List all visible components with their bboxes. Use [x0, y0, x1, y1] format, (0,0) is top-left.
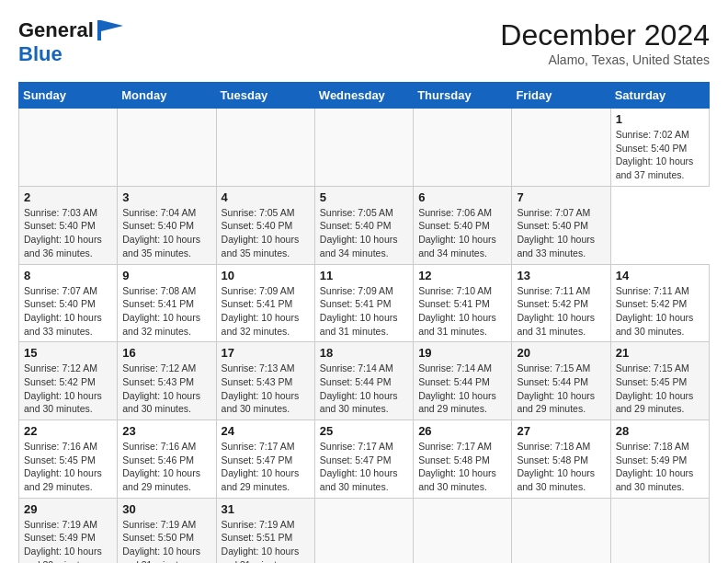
calendar-day-cell: [512, 109, 610, 187]
day-number: 7: [517, 190, 605, 204]
day-number: 8: [24, 269, 112, 282]
day-number: 24: [222, 424, 310, 438]
calendar-day-cell: 17 Sunrise: 7:13 AM Sunset: 5:43 PM Dayl…: [216, 342, 314, 420]
day-number: 4: [222, 190, 310, 204]
calendar-day-cell: [314, 109, 413, 187]
day-info: Sunrise: 7:19 AM Sunset: 5:49 PM Dayligh…: [24, 518, 112, 563]
logo-text: General: [18, 18, 94, 42]
day-number: 28: [616, 424, 704, 438]
day-number: 11: [320, 269, 408, 282]
title-area: December 2024 Alamo, Texas, United State…: [500, 18, 710, 67]
day-number: 22: [24, 424, 112, 438]
calendar-day-cell: 1 Sunrise: 7:02 AM Sunset: 5:40 PM Dayli…: [610, 109, 709, 187]
calendar-day-cell: 28 Sunrise: 7:18 AM Sunset: 5:49 PM Dayl…: [610, 420, 709, 499]
calendar-day-cell: 6 Sunrise: 7:06 AM Sunset: 5:40 PM Dayli…: [414, 186, 512, 264]
day-info: Sunrise: 7:12 AM Sunset: 5:43 PM Dayligh…: [122, 362, 210, 416]
calendar-day-cell: [414, 498, 512, 563]
calendar-header-cell: Tuesday: [216, 83, 314, 109]
day-number: 25: [320, 424, 408, 438]
day-number: 26: [418, 424, 506, 438]
calendar-day-cell: 7 Sunrise: 7:07 AM Sunset: 5:40 PM Dayli…: [512, 186, 610, 264]
day-info: Sunrise: 7:16 AM Sunset: 5:46 PM Dayligh…: [122, 440, 210, 494]
calendar-day-cell: 26 Sunrise: 7:17 AM Sunset: 5:48 PM Dayl…: [414, 420, 512, 499]
day-info: Sunrise: 7:05 AM Sunset: 5:40 PM Dayligh…: [320, 206, 408, 260]
day-info: Sunrise: 7:05 AM Sunset: 5:40 PM Dayligh…: [222, 206, 310, 260]
calendar-day-cell: 27 Sunrise: 7:18 AM Sunset: 5:48 PM Dayl…: [512, 420, 610, 499]
calendar-day-cell: 19 Sunrise: 7:14 AM Sunset: 5:44 PM Dayl…: [414, 342, 512, 420]
calendar-day-cell: 4 Sunrise: 7:05 AM Sunset: 5:40 PM Dayli…: [216, 186, 314, 264]
calendar-day-cell: 12 Sunrise: 7:10 AM Sunset: 5:41 PM Dayl…: [414, 264, 512, 342]
day-number: 5: [320, 190, 408, 204]
day-info: Sunrise: 7:18 AM Sunset: 5:49 PM Dayligh…: [616, 440, 704, 494]
day-number: 19: [418, 346, 506, 360]
day-number: 3: [122, 190, 210, 204]
calendar-week-row: 22 Sunrise: 7:16 AM Sunset: 5:45 PM Dayl…: [19, 420, 710, 499]
calendar-table: SundayMondayTuesdayWednesdayThursdayFrid…: [18, 82, 710, 563]
calendar-day-cell: 9 Sunrise: 7:08 AM Sunset: 5:41 PM Dayli…: [118, 264, 216, 342]
calendar-day-cell: 23 Sunrise: 7:16 AM Sunset: 5:46 PM Dayl…: [118, 420, 216, 499]
day-info: Sunrise: 7:07 AM Sunset: 5:40 PM Dayligh…: [517, 206, 605, 260]
day-info: Sunrise: 7:17 AM Sunset: 5:47 PM Dayligh…: [320, 440, 408, 494]
day-info: Sunrise: 7:19 AM Sunset: 5:50 PM Dayligh…: [122, 518, 210, 563]
calendar-day-cell: 5 Sunrise: 7:05 AM Sunset: 5:40 PM Dayli…: [314, 186, 413, 264]
day-number: 29: [24, 502, 112, 516]
calendar-header-cell: Sunday: [19, 83, 118, 109]
svg-rect-1: [97, 20, 101, 40]
day-number: 18: [320, 346, 408, 360]
calendar-day-cell: 10 Sunrise: 7:09 AM Sunset: 5:41 PM Dayl…: [216, 264, 314, 342]
calendar-day-cell: 13 Sunrise: 7:11 AM Sunset: 5:42 PM Dayl…: [512, 264, 610, 342]
day-number: 23: [122, 424, 210, 438]
day-info: Sunrise: 7:04 AM Sunset: 5:40 PM Dayligh…: [122, 206, 210, 260]
day-info: Sunrise: 7:06 AM Sunset: 5:40 PM Dayligh…: [418, 206, 506, 260]
month-title: December 2024: [500, 18, 710, 52]
day-info: Sunrise: 7:19 AM Sunset: 5:51 PM Dayligh…: [222, 518, 310, 563]
day-number: 31: [222, 502, 310, 516]
day-info: Sunrise: 7:03 AM Sunset: 5:40 PM Dayligh…: [24, 206, 112, 260]
day-info: Sunrise: 7:12 AM Sunset: 5:42 PM Dayligh…: [24, 362, 112, 416]
logo: General Blue: [18, 18, 123, 66]
calendar-header-cell: Thursday: [414, 83, 512, 109]
calendar-day-cell: 21 Sunrise: 7:15 AM Sunset: 5:45 PM Dayl…: [610, 342, 709, 420]
day-number: 20: [517, 346, 605, 360]
day-info: Sunrise: 7:15 AM Sunset: 5:45 PM Dayligh…: [616, 362, 704, 416]
day-number: 2: [24, 190, 112, 204]
day-info: Sunrise: 7:09 AM Sunset: 5:41 PM Dayligh…: [320, 284, 408, 339]
day-number: 27: [517, 424, 605, 438]
day-info: Sunrise: 7:11 AM Sunset: 5:42 PM Dayligh…: [517, 284, 605, 339]
day-info: Sunrise: 7:17 AM Sunset: 5:48 PM Dayligh…: [418, 440, 506, 494]
day-info: Sunrise: 7:08 AM Sunset: 5:41 PM Dayligh…: [122, 284, 210, 339]
day-number: 30: [122, 502, 210, 516]
calendar-week-row: 8 Sunrise: 7:07 AM Sunset: 5:40 PM Dayli…: [19, 264, 710, 342]
svg-marker-0: [101, 20, 123, 31]
calendar-day-cell: [512, 498, 610, 563]
calendar-week-row: 1 Sunrise: 7:02 AM Sunset: 5:40 PM Dayli…: [19, 109, 710, 187]
day-number: 13: [517, 269, 605, 282]
day-info: Sunrise: 7:14 AM Sunset: 5:44 PM Dayligh…: [320, 362, 408, 416]
calendar-header-cell: Friday: [512, 83, 610, 109]
calendar-day-cell: 24 Sunrise: 7:17 AM Sunset: 5:47 PM Dayl…: [216, 420, 314, 499]
day-info: Sunrise: 7:07 AM Sunset: 5:40 PM Dayligh…: [24, 284, 112, 339]
calendar-day-cell: 16 Sunrise: 7:12 AM Sunset: 5:43 PM Dayl…: [118, 342, 216, 420]
day-number: 12: [418, 269, 506, 282]
calendar-week-row: 15 Sunrise: 7:12 AM Sunset: 5:42 PM Dayl…: [19, 342, 710, 420]
calendar-day-cell: 11 Sunrise: 7:09 AM Sunset: 5:41 PM Dayl…: [314, 264, 413, 342]
logo-blue-text: Blue: [18, 42, 63, 65]
calendar-week-row: 29 Sunrise: 7:19 AM Sunset: 5:49 PM Dayl…: [19, 498, 710, 563]
calendar-day-cell: 25 Sunrise: 7:17 AM Sunset: 5:47 PM Dayl…: [314, 420, 413, 499]
day-info: Sunrise: 7:18 AM Sunset: 5:48 PM Dayligh…: [517, 440, 605, 494]
day-info: Sunrise: 7:17 AM Sunset: 5:47 PM Dayligh…: [222, 440, 310, 494]
day-number: 10: [222, 269, 310, 282]
day-info: Sunrise: 7:10 AM Sunset: 5:41 PM Dayligh…: [418, 284, 506, 339]
logo-icon: [97, 20, 123, 40]
calendar-day-cell: [118, 109, 216, 187]
day-info: Sunrise: 7:13 AM Sunset: 5:43 PM Dayligh…: [222, 362, 310, 416]
calendar-header-cell: Monday: [118, 83, 216, 109]
calendar-day-cell: [216, 109, 314, 187]
calendar-day-cell: 20 Sunrise: 7:15 AM Sunset: 5:44 PM Dayl…: [512, 342, 610, 420]
day-info: Sunrise: 7:11 AM Sunset: 5:42 PM Dayligh…: [616, 284, 704, 339]
day-number: 21: [616, 346, 704, 360]
calendar-day-cell: 2 Sunrise: 7:03 AM Sunset: 5:40 PM Dayli…: [19, 186, 118, 264]
calendar-day-cell: 31 Sunrise: 7:19 AM Sunset: 5:51 PM Dayl…: [216, 498, 314, 563]
day-number: 17: [222, 346, 310, 360]
day-info: Sunrise: 7:14 AM Sunset: 5:44 PM Dayligh…: [418, 362, 506, 416]
